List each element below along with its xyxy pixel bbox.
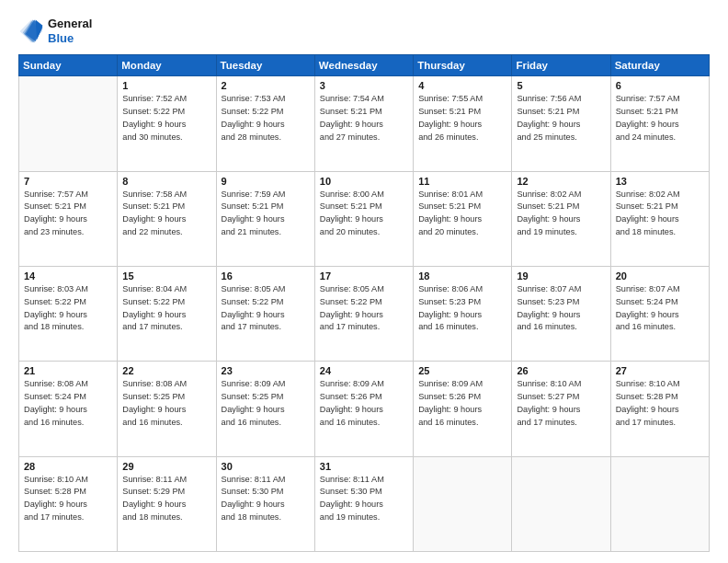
day-info: Sunrise: 8:07 AM Sunset: 5:23 PM Dayligh… bbox=[517, 283, 605, 334]
day-info: Sunrise: 8:09 AM Sunset: 5:25 PM Dayligh… bbox=[222, 378, 310, 429]
calendar-cell: 1Sunrise: 7:52 AM Sunset: 5:22 PM Daylig… bbox=[118, 76, 216, 171]
day-number: 30 bbox=[222, 461, 310, 472]
day-info: Sunrise: 8:10 AM Sunset: 5:28 PM Dayligh… bbox=[24, 474, 112, 524]
logo: General Blue bbox=[18, 17, 92, 45]
calendar-table: SundayMondayTuesdayWednesdayThursdayFrid… bbox=[18, 54, 710, 552]
weekday-header-sunday: Sunday bbox=[19, 55, 118, 76]
day-number: 2 bbox=[222, 80, 310, 91]
day-info: Sunrise: 8:05 AM Sunset: 5:22 PM Dayligh… bbox=[222, 283, 310, 334]
day-number: 14 bbox=[24, 270, 112, 282]
page: General Blue SundayMondayTuesdayWednesda… bbox=[0, 0, 728, 563]
day-number: 9 bbox=[222, 176, 310, 187]
day-number: 31 bbox=[320, 461, 408, 472]
logo-icon bbox=[18, 18, 44, 44]
weekday-header-thursday: Thursday bbox=[414, 55, 512, 76]
calendar-cell: 12Sunrise: 8:02 AM Sunset: 5:21 PM Dayli… bbox=[512, 171, 610, 266]
calendar-cell: 18Sunrise: 8:06 AM Sunset: 5:23 PM Dayli… bbox=[414, 266, 512, 361]
calendar-week-4: 21Sunrise: 8:08 AM Sunset: 5:24 PM Dayli… bbox=[19, 362, 710, 456]
day-info: Sunrise: 8:01 AM Sunset: 5:21 PM Dayligh… bbox=[418, 189, 506, 239]
calendar-cell: 9Sunrise: 7:59 AM Sunset: 5:21 PM Daylig… bbox=[216, 171, 314, 266]
day-info: Sunrise: 8:07 AM Sunset: 5:24 PM Dayligh… bbox=[616, 283, 704, 334]
calendar-week-3: 14Sunrise: 8:03 AM Sunset: 5:22 PM Dayli… bbox=[19, 266, 710, 361]
calendar-cell: 7Sunrise: 7:57 AM Sunset: 5:21 PM Daylig… bbox=[19, 171, 118, 266]
calendar-header-row: SundayMondayTuesdayWednesdayThursdayFrid… bbox=[19, 55, 710, 76]
weekday-header-saturday: Saturday bbox=[610, 55, 709, 76]
day-number: 4 bbox=[418, 80, 506, 91]
weekday-header-friday: Friday bbox=[512, 55, 610, 76]
calendar-body: 1Sunrise: 7:52 AM Sunset: 5:22 PM Daylig… bbox=[19, 76, 710, 552]
day-info: Sunrise: 8:10 AM Sunset: 5:27 PM Dayligh… bbox=[517, 378, 605, 429]
day-number: 20 bbox=[616, 270, 704, 282]
calendar-cell: 13Sunrise: 8:02 AM Sunset: 5:21 PM Dayli… bbox=[610, 171, 709, 266]
day-info: Sunrise: 7:55 AM Sunset: 5:21 PM Dayligh… bbox=[418, 93, 506, 144]
day-number: 25 bbox=[418, 365, 506, 376]
calendar-cell bbox=[610, 456, 709, 551]
day-number: 28 bbox=[24, 461, 112, 472]
calendar-cell bbox=[512, 456, 610, 551]
calendar-cell: 19Sunrise: 8:07 AM Sunset: 5:23 PM Dayli… bbox=[512, 266, 610, 361]
calendar-cell: 31Sunrise: 8:11 AM Sunset: 5:30 PM Dayli… bbox=[314, 456, 413, 551]
day-number: 24 bbox=[320, 365, 408, 376]
calendar-cell: 2Sunrise: 7:53 AM Sunset: 5:22 PM Daylig… bbox=[216, 76, 314, 171]
calendar-cell bbox=[414, 456, 512, 551]
day-info: Sunrise: 7:57 AM Sunset: 5:21 PM Dayligh… bbox=[24, 189, 112, 239]
weekday-header-monday: Monday bbox=[118, 55, 216, 76]
calendar-cell: 15Sunrise: 8:04 AM Sunset: 5:22 PM Dayli… bbox=[118, 266, 216, 361]
day-info: Sunrise: 8:11 AM Sunset: 5:30 PM Dayligh… bbox=[320, 474, 408, 524]
calendar-cell: 14Sunrise: 8:03 AM Sunset: 5:22 PM Dayli… bbox=[19, 266, 118, 361]
day-info: Sunrise: 8:11 AM Sunset: 5:30 PM Dayligh… bbox=[222, 474, 310, 524]
calendar-cell: 5Sunrise: 7:56 AM Sunset: 5:21 PM Daylig… bbox=[512, 76, 610, 171]
day-info: Sunrise: 7:57 AM Sunset: 5:21 PM Dayligh… bbox=[616, 93, 704, 144]
weekday-header-tuesday: Tuesday bbox=[216, 55, 314, 76]
calendar-cell: 29Sunrise: 8:11 AM Sunset: 5:29 PM Dayli… bbox=[118, 456, 216, 551]
day-info: Sunrise: 7:52 AM Sunset: 5:22 PM Dayligh… bbox=[122, 93, 210, 144]
day-number: 8 bbox=[122, 176, 210, 187]
calendar-cell: 20Sunrise: 8:07 AM Sunset: 5:24 PM Dayli… bbox=[610, 266, 709, 361]
calendar-cell: 30Sunrise: 8:11 AM Sunset: 5:30 PM Dayli… bbox=[216, 456, 314, 551]
calendar-header: SundayMondayTuesdayWednesdayThursdayFrid… bbox=[19, 55, 710, 76]
day-number: 19 bbox=[517, 270, 605, 282]
day-number: 6 bbox=[616, 80, 704, 91]
day-info: Sunrise: 8:04 AM Sunset: 5:22 PM Dayligh… bbox=[122, 283, 210, 334]
day-info: Sunrise: 8:08 AM Sunset: 5:24 PM Dayligh… bbox=[24, 378, 112, 429]
day-info: Sunrise: 8:09 AM Sunset: 5:26 PM Dayligh… bbox=[320, 378, 408, 429]
calendar-cell: 28Sunrise: 8:10 AM Sunset: 5:28 PM Dayli… bbox=[19, 456, 118, 551]
day-number: 29 bbox=[122, 461, 210, 472]
day-info: Sunrise: 8:11 AM Sunset: 5:29 PM Dayligh… bbox=[122, 474, 210, 524]
day-info: Sunrise: 7:53 AM Sunset: 5:22 PM Dayligh… bbox=[222, 93, 310, 144]
calendar-week-1: 1Sunrise: 7:52 AM Sunset: 5:22 PM Daylig… bbox=[19, 76, 710, 171]
day-number: 13 bbox=[616, 176, 704, 187]
calendar-cell: 26Sunrise: 8:10 AM Sunset: 5:27 PM Dayli… bbox=[512, 362, 610, 456]
day-info: Sunrise: 8:02 AM Sunset: 5:21 PM Dayligh… bbox=[616, 189, 704, 239]
day-info: Sunrise: 8:09 AM Sunset: 5:26 PM Dayligh… bbox=[418, 378, 506, 429]
day-info: Sunrise: 8:00 AM Sunset: 5:21 PM Dayligh… bbox=[320, 189, 408, 239]
day-info: Sunrise: 7:58 AM Sunset: 5:21 PM Dayligh… bbox=[122, 189, 210, 239]
day-info: Sunrise: 8:06 AM Sunset: 5:23 PM Dayligh… bbox=[418, 283, 506, 334]
day-number: 7 bbox=[24, 176, 112, 187]
day-number: 15 bbox=[122, 270, 210, 282]
calendar-cell: 16Sunrise: 8:05 AM Sunset: 5:22 PM Dayli… bbox=[216, 266, 314, 361]
calendar-cell: 10Sunrise: 8:00 AM Sunset: 5:21 PM Dayli… bbox=[314, 171, 413, 266]
logo-text: General Blue bbox=[48, 17, 92, 45]
day-number: 17 bbox=[320, 270, 408, 282]
calendar-cell: 17Sunrise: 8:05 AM Sunset: 5:22 PM Dayli… bbox=[314, 266, 413, 361]
day-info: Sunrise: 7:54 AM Sunset: 5:21 PM Dayligh… bbox=[320, 93, 408, 144]
calendar-cell: 3Sunrise: 7:54 AM Sunset: 5:21 PM Daylig… bbox=[314, 76, 413, 171]
day-number: 21 bbox=[24, 365, 112, 376]
day-number: 10 bbox=[320, 176, 408, 187]
day-number: 23 bbox=[222, 365, 310, 376]
day-number: 18 bbox=[418, 270, 506, 282]
calendar-cell: 11Sunrise: 8:01 AM Sunset: 5:21 PM Dayli… bbox=[414, 171, 512, 266]
calendar-cell bbox=[19, 76, 118, 171]
day-info: Sunrise: 8:02 AM Sunset: 5:21 PM Dayligh… bbox=[517, 189, 605, 239]
day-number: 11 bbox=[418, 176, 506, 187]
calendar-week-5: 28Sunrise: 8:10 AM Sunset: 5:28 PM Dayli… bbox=[19, 456, 710, 551]
day-number: 22 bbox=[122, 365, 210, 376]
day-info: Sunrise: 7:56 AM Sunset: 5:21 PM Dayligh… bbox=[517, 93, 605, 144]
calendar-cell: 8Sunrise: 7:58 AM Sunset: 5:21 PM Daylig… bbox=[118, 171, 216, 266]
day-number: 27 bbox=[616, 365, 704, 376]
day-number: 3 bbox=[320, 80, 408, 91]
calendar-cell: 23Sunrise: 8:09 AM Sunset: 5:25 PM Dayli… bbox=[216, 362, 314, 456]
day-info: Sunrise: 8:03 AM Sunset: 5:22 PM Dayligh… bbox=[24, 283, 112, 334]
calendar-cell: 4Sunrise: 7:55 AM Sunset: 5:21 PM Daylig… bbox=[414, 76, 512, 171]
